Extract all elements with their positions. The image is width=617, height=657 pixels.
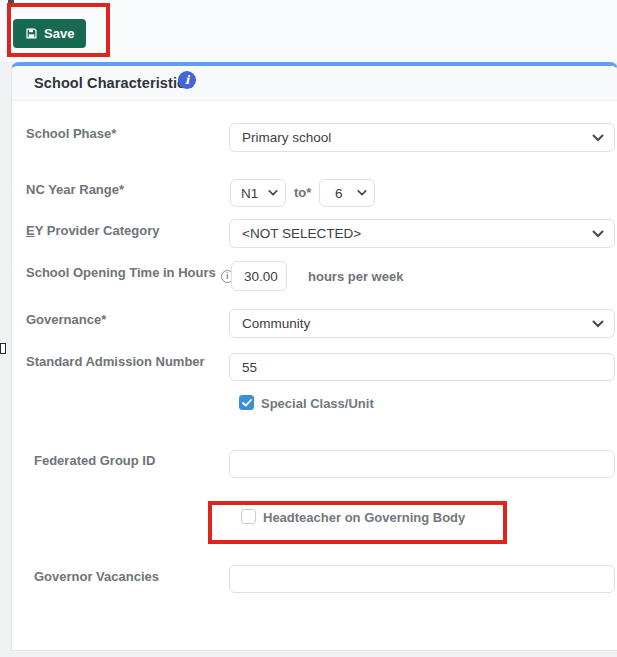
nc-year-to-label: to* bbox=[294, 185, 311, 200]
info-icon[interactable]: i bbox=[178, 71, 196, 89]
screenshot-artifact bbox=[0, 343, 6, 354]
headteacher-label[interactable]: Headteacher on Governing Body bbox=[263, 510, 465, 525]
nc-year-from-value: N1 bbox=[231, 186, 258, 201]
standard-admission-number-input[interactable] bbox=[229, 353, 615, 381]
nc-year-to-value: 6 bbox=[320, 186, 343, 201]
panel-header: School Characteristics i bbox=[12, 66, 617, 101]
panel-title: School Characteristics bbox=[34, 75, 193, 91]
nc-year-from-select[interactable]: N1 bbox=[230, 179, 286, 207]
save-button[interactable]: Save bbox=[13, 19, 86, 48]
governance-label: Governance* bbox=[26, 312, 106, 327]
page: Save School Characteristics i School Pha… bbox=[0, 0, 617, 657]
school-opening-time-input[interactable] bbox=[231, 261, 287, 291]
ey-provider-category-label: EY Provider Category bbox=[26, 223, 159, 238]
ey-provider-category-select[interactable]: <NOT SELECTED> bbox=[229, 219, 615, 248]
federated-group-id-label: Federated Group ID bbox=[34, 453, 155, 468]
special-class-unit-checkbox[interactable] bbox=[239, 395, 254, 410]
school-characteristics-panel: School Characteristics i School Phase* P… bbox=[11, 62, 617, 651]
nc-year-range-label: NC Year Range* bbox=[26, 182, 124, 197]
toolbar: Save bbox=[0, 0, 617, 62]
nc-year-to-select[interactable]: 6 bbox=[319, 179, 375, 207]
chevron-down-icon bbox=[592, 134, 604, 142]
check-icon bbox=[242, 399, 252, 407]
school-phase-select[interactable]: Primary school bbox=[229, 123, 615, 152]
school-phase-value: Primary school bbox=[230, 130, 331, 145]
chevron-down-icon bbox=[268, 190, 278, 197]
chevron-down-icon bbox=[592, 320, 604, 328]
ey-provider-category-value: <NOT SELECTED> bbox=[230, 226, 361, 241]
governance-select[interactable]: Community bbox=[229, 309, 615, 338]
governor-vacancies-input[interactable] bbox=[229, 565, 615, 593]
headteacher-checkbox[interactable] bbox=[241, 509, 256, 524]
chevron-down-icon bbox=[357, 190, 367, 197]
governor-vacancies-label: Governor Vacancies bbox=[34, 569, 159, 584]
chevron-down-icon bbox=[592, 230, 604, 238]
school-phase-label: School Phase* bbox=[26, 126, 116, 141]
governance-value: Community bbox=[230, 316, 310, 331]
save-button-label: Save bbox=[44, 26, 74, 41]
floppy-save-icon bbox=[25, 27, 38, 40]
federated-group-id-input[interactable] bbox=[229, 450, 615, 478]
school-opening-time-label: School Opening Time in Hoursi bbox=[26, 265, 234, 283]
special-class-unit-label[interactable]: Special Class/Unit bbox=[261, 396, 374, 411]
standard-admission-number-label: Standard Admission Number bbox=[26, 354, 205, 369]
hours-per-week-suffix: hours per week bbox=[308, 269, 403, 284]
